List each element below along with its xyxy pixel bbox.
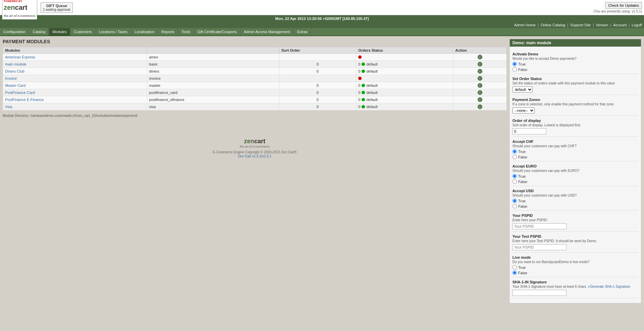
main-nav-gift-coupons[interactable]: Gift Certificate/Coupons <box>194 28 240 35</box>
radio-label-false: False <box>518 68 527 72</box>
main-nav-locations-taxes[interactable]: Locations / Taxes <box>95 28 131 35</box>
main-nav-admin-access[interactable]: Admin Access Management <box>240 28 294 35</box>
input-order_of_display[interactable] <box>512 128 546 134</box>
info-icon[interactable]: i <box>478 90 482 95</box>
module-dir: Module Directory: /var/www/demo.customwe… <box>3 114 507 118</box>
module-code: visa <box>147 103 279 110</box>
col-orders-status: Orders Status <box>356 47 453 54</box>
module-name[interactable]: PostFinance E-Finance <box>3 96 147 103</box>
status-dot-active <box>362 98 365 101</box>
gift-queue-button[interactable]: GIFT Queue 1 waiting approval <box>41 2 73 13</box>
radio-live_mode-false[interactable] <box>512 271 517 275</box>
table-row: Visavisa00defaulti <box>3 103 507 110</box>
section-title-set_order_status: Set Order Status <box>512 77 638 81</box>
admin-nav-account[interactable]: Account <box>613 23 627 27</box>
section-title-payment_zonen: Payment Zonen <box>512 98 638 102</box>
module-action[interactable]: i <box>453 103 507 110</box>
section-desc-accept_chf: Should your customers can pay with CHF? <box>512 144 638 148</box>
module-name[interactable]: Visa <box>3 103 147 110</box>
radio-accept_chf-false[interactable] <box>512 155 517 159</box>
section-title-your_test_pspid: Your Test PSPID <box>512 234 638 238</box>
footer-logo-sub: the art of e-commerce <box>9 145 500 148</box>
section-desc-sha1_in: Your SHA-1 Signature must have at least … <box>512 285 638 288</box>
radio-accept_euro-true[interactable] <box>512 174 517 178</box>
main-nav-reports[interactable]: Reports <box>158 28 178 35</box>
radio-accept_chf-true[interactable] <box>512 149 517 154</box>
select-set_order_status[interactable]: default <box>512 86 533 93</box>
main-nav-configuration[interactable]: Configuration <box>0 28 29 35</box>
module-action[interactable]: i <box>453 82 507 89</box>
gift-queue-label: GIFT Queue <box>43 4 70 8</box>
radio-accept_usd-false[interactable] <box>512 204 517 208</box>
module-code: postfinance_card <box>147 89 279 96</box>
module-orders-status <box>356 75 453 82</box>
info-icon[interactable]: i <box>478 69 482 74</box>
section-payment_zonen: Payment ZonenIf a zone is selected, only… <box>512 98 638 116</box>
select-payment_zonen[interactable]: --none-- <box>512 107 535 113</box>
radio-label-false: False <box>518 204 527 208</box>
section-your_pspid: Your PSPIDEnter here your PSPID: <box>512 213 638 232</box>
module-action[interactable]: i <box>453 89 507 96</box>
main-nav-extras[interactable]: Extras <box>294 28 311 35</box>
main-nav-modules[interactable]: Modules <box>49 28 70 35</box>
info-icon[interactable]: i <box>478 83 482 88</box>
radio-group-accept_chf-true: True <box>512 149 638 154</box>
radio-accept_euro-false[interactable] <box>512 179 517 184</box>
check-updates-button[interactable]: Check for Updates <box>605 2 642 9</box>
main-nav: ConfigurationCatalogModulesCustomersLoca… <box>0 28 644 36</box>
module-action[interactable]: i <box>453 75 507 82</box>
module-action[interactable]: i <box>453 96 507 103</box>
input-your_test_pspid[interactable] <box>512 244 567 250</box>
content: PAYMENT MODULES Modules Sort Order Order… <box>0 36 644 306</box>
radio-live_mode-true[interactable] <box>512 265 517 270</box>
radio-group-accept_usd-true: True <box>512 199 638 203</box>
module-action[interactable]: i <box>453 54 507 61</box>
info-icon[interactable]: i <box>478 76 482 81</box>
section-order_of_display: Order of displaySort order of display. L… <box>512 119 638 137</box>
section-desc-order_of_display: Sort order of display. Lowest is display… <box>512 123 638 127</box>
radio-accept_usd-true[interactable] <box>512 199 517 203</box>
module-name[interactable]: Diners Club <box>3 68 147 75</box>
module-name[interactable]: main module <box>3 61 147 68</box>
admin-nav-version[interactable]: Version <box>596 23 608 27</box>
module-name[interactable]: American Express <box>3 54 147 61</box>
radio-activate_demo-true[interactable] <box>512 62 517 66</box>
generate-sha1-link[interactable]: »Generate SHA-1 Signature <box>588 285 630 288</box>
module-action[interactable]: i <box>453 68 507 75</box>
admin-nav-online-catalog[interactable]: Online Catalog <box>540 23 565 27</box>
section-title-activate_demo: Activate Demo <box>512 52 638 56</box>
info-icon[interactable]: i <box>478 104 482 109</box>
col-code <box>147 47 279 54</box>
admin-nav-sep: | <box>629 23 630 27</box>
radio-activate_demo-false[interactable] <box>512 67 517 72</box>
module-orders-status: 0default <box>356 82 453 89</box>
input-your_pspid[interactable] <box>512 223 567 229</box>
radio-group-live_mode-false: False <box>512 271 638 275</box>
main-nav-catalog[interactable]: Catalog <box>29 28 49 35</box>
module-name[interactable]: PostFinance Card <box>3 89 147 96</box>
admin-nav-logoff[interactable]: Logoff <box>632 23 642 27</box>
admin-nav-support-site[interactable]: Support Site <box>570 23 591 27</box>
section-desc-activate_demo: Would you like to accept Demo payments? <box>512 57 638 60</box>
info-icon[interactable]: i <box>478 97 482 102</box>
logo-area: POWERED BY zencart the art of e-commerce… <box>2 0 73 20</box>
info-icon[interactable]: i <box>478 55 482 59</box>
main-nav-customers[interactable]: Customers <box>70 28 95 35</box>
admin-nav-sep: | <box>593 23 594 27</box>
radio-group-accept_usd-false: False <box>512 204 638 208</box>
radio-group-activate_demo-false: False <box>512 67 638 72</box>
main-nav-localization[interactable]: Localization <box>131 28 158 35</box>
admin-nav-admin-home[interactable]: Admin Home <box>514 23 536 27</box>
module-name[interactable]: Master Card <box>3 82 147 89</box>
radio-label-true: True <box>518 150 526 154</box>
info-icon[interactable]: i <box>478 62 482 67</box>
input-sha1_in[interactable] <box>512 290 567 296</box>
footer-version-link[interactable]: Zen Cart v1.5.1/v1.5.1 <box>238 154 272 158</box>
section-accept_euro: Accept EUROShould your customers can pay… <box>512 164 638 186</box>
main-nav-tools[interactable]: Tools <box>178 28 194 35</box>
module-action[interactable]: i <box>453 61 507 68</box>
status-dot-active <box>362 62 365 66</box>
module-name[interactable]: Invoice <box>3 75 147 82</box>
logo-box: POWERED BY zencart the art of e-commerce <box>2 0 37 20</box>
module-sort-order: 0 <box>279 82 356 89</box>
